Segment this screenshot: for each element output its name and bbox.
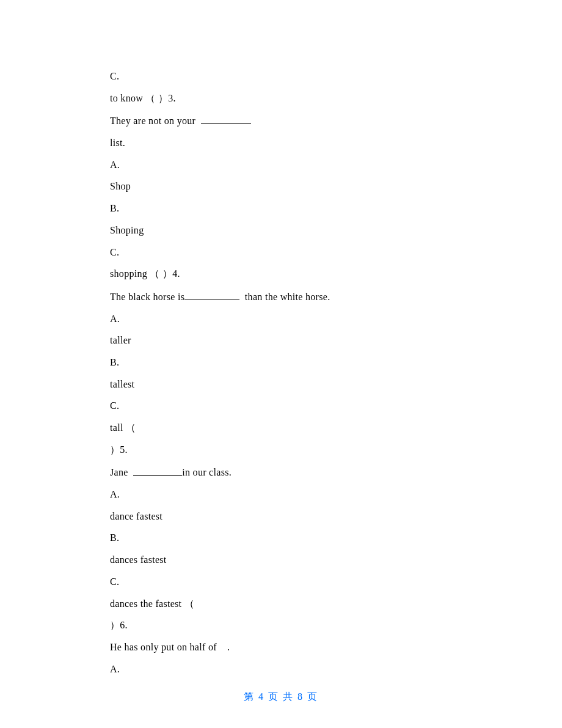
text-line: dance fastest [110,510,464,522]
text-line: A. [110,663,464,675]
text-line: B. [110,356,464,368]
text-line: dances the fastest （ [110,598,464,609]
text-line: ）5. [110,444,464,455]
page-footer: 第 4 页 共 8 页 [0,691,562,704]
text-line: shopping （ ）4. [110,268,464,279]
text-line: ）6. [110,619,464,631]
text-line: tallest [110,378,464,390]
text-line: A. [110,488,464,500]
text-line: A. [110,313,464,325]
text-line: taller [110,334,464,346]
text-line: tall （ [110,422,464,433]
fill-blank [184,290,239,300]
fill-blank [133,465,182,476]
text-line: C. [110,246,464,258]
text-line: He has only put on half of . [110,641,464,653]
text-line: B. [110,532,464,543]
text-line: Shoping [110,224,464,236]
text-line: Jane in our class. [110,465,464,478]
text-line: C. [110,70,464,82]
text-line: The black horse is than the white horse. [110,290,464,303]
page-content: C.to know （ ）3.They are not on your list… [110,70,464,685]
text-line: to know （ ）3. [110,92,464,104]
text-line: C. [110,400,464,411]
text-line: B. [110,202,464,214]
text-line: They are not on your [110,114,464,127]
text-line: list. [110,137,464,149]
text-line: dances fastest [110,554,464,565]
fill-blank [201,114,251,124]
text-line: Shop [110,180,464,192]
text-line: C. [110,576,464,587]
text-line: A. [110,159,464,171]
